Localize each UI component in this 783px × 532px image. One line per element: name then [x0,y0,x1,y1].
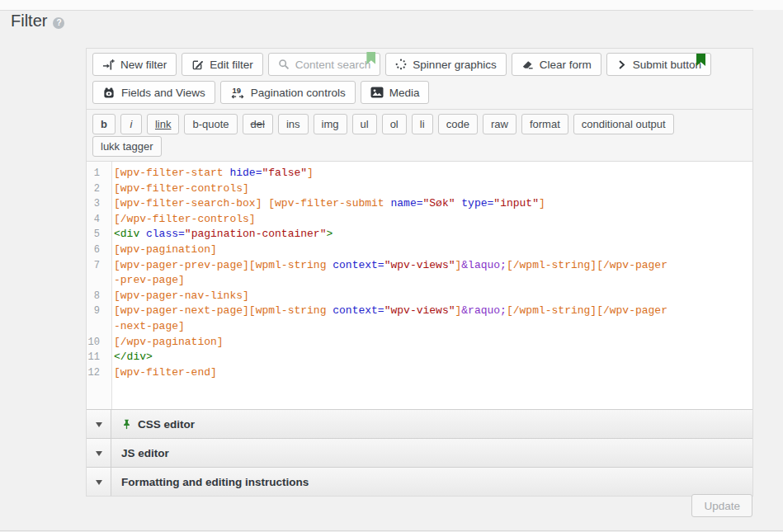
code-token-str: "false" [262,167,307,179]
toolbar-button-submit-button[interactable]: Submit button [606,53,711,76]
code-token-sc: [wpv-pagination] [114,243,217,256]
code-line-text[interactable]: [wpv-pager-nav-links] [106,289,670,304]
code-line: 7[wpv-pager-prev-page][wpml-string conte… [87,258,752,289]
media-icon [370,87,384,98]
quicktag-i[interactable]: i [120,114,142,134]
quicktag-ul[interactable]: ul [352,114,377,134]
code-lines: 1[wpv-filter-start hide="false"]2[wpv-fi… [87,166,752,380]
code-token-attr: type= [455,197,494,210]
collapse-toggle[interactable] [87,468,111,496]
section-header[interactable]: Formatting and editing instructions [111,468,752,496]
quicktag-raw[interactable]: raw [483,114,516,134]
top-strip [0,0,783,10]
section-header[interactable]: JS editor [111,439,752,467]
code-line-text[interactable]: [wpv-filter-controls] [106,181,670,197]
page-title: Filter [11,12,47,31]
code-token-sc: [wpv-filter-end] [114,366,217,379]
code-token-attr: hide= [229,167,262,179]
code-token-sc: [wpv-filter-search-box] [114,197,262,210]
toolbar-button-fields-and-views[interactable]: Fields and Views [92,81,215,104]
code-line-text[interactable]: [/wpv-filter-controls] [106,212,670,228]
code-line: 2[wpv-filter-controls] [87,181,752,197]
quicktag-ol[interactable]: ol [382,114,407,134]
toolbar-row-primary: New filterEdit filterContent searchSpinn… [90,50,749,78]
line-number: 5 [87,227,106,242]
code-token-sc: ] [539,197,545,210]
quicktag-lukk-tagger[interactable]: lukk tagger [92,136,162,157]
code-line: 5<div class="pagination-container"> [87,227,752,242]
line-number: 11 [87,350,106,365]
toolbar-button-clear-form[interactable]: Clear form [512,53,601,76]
collapse-toggle[interactable] [87,439,111,467]
line-number: 8 [87,289,106,304]
line-number: 7 [87,258,106,289]
update-button[interactable]: Update [691,494,752,517]
code-token-str: "input" [493,197,539,210]
quicktag-del[interactable]: del [243,114,273,134]
code-token-sc: ] [307,167,314,179]
toolbar-button-new-filter[interactable]: New filter [92,53,177,76]
code-line-text[interactable]: [wpv-pagination] [106,242,670,258]
button-label: Content search [295,59,371,71]
toolbar-button-spinner-graphics[interactable]: Spinner graphics [385,53,506,76]
quicktag-conditional-output[interactable]: conditional output [573,114,674,134]
button-label: New filter [120,59,167,71]
code-line-text[interactable]: </div> [106,350,670,365]
code-line-text[interactable]: [/wpv-pagination] [106,335,670,351]
code-token-str: "pagination-container" [185,228,327,240]
quicktag-img[interactable]: img [314,114,347,134]
code-line: 8[wpv-pager-nav-links] [87,289,752,304]
code-line-text[interactable]: [wpv-filter-start hide="false"] [106,166,670,181]
code-token-attr: context= [333,259,384,271]
section-js-editor: JS editor [87,438,752,467]
toolbar-button-edit-filter[interactable]: Edit filter [182,53,263,76]
code-token-atom: &laquo; [461,259,507,271]
section-label: CSS editor [138,418,195,431]
code-line-text[interactable]: [wpv-pager-next-page][wpml-string contex… [106,304,670,334]
code-token-sc: [/wpv-filter-controls] [114,213,256,225]
code-line-text[interactable]: [wpv-filter-end] [106,365,670,381]
code-token-sc: [wpv-filter-controls] [114,182,249,195]
spinner-icon [395,59,407,70]
code-line-text[interactable]: <div class="pagination-container"> [106,227,670,242]
code-token-tag: <div [114,228,146,240]
media-toolbar: New filterEdit filterContent searchSpinn… [87,49,752,110]
top-divider [0,10,753,11]
code-token-attr: name= [390,197,422,210]
code-line: 12[wpv-filter-end] [87,365,752,381]
section-header[interactable]: CSS editor [111,410,752,438]
line-number: 1 [87,166,106,181]
help-icon[interactable]: ? [53,17,64,29]
code-token-sc: [wpv-pager-nav-links] [114,290,249,302]
toolbar-button-media[interactable]: Media [361,81,430,104]
line-number: 10 [87,335,106,351]
section-formatting-and-editing-instructions: Formatting and editing instructions [87,467,752,496]
svg-text:19: 19 [232,87,240,95]
toolbar-button-pagination-controls[interactable]: 19Pagination controls [220,81,356,104]
code-token-sc: [wpv-pager-next-page][wpml-string [114,304,333,317]
quicktag-link[interactable]: link [147,114,180,134]
code-line-text[interactable]: [wpv-filter-search-box] [wpv-filter-subm… [106,196,670,212]
code-line: 6[wpv-pagination] [87,242,752,258]
code-line: 3[wpv-filter-search-box] [wpv-filter-sub… [87,196,752,212]
code-line-text[interactable]: [wpv-pager-prev-page][wpml-string contex… [106,258,670,289]
quicktag-b-quote[interactable]: b-quote [184,114,237,134]
quicktag-li[interactable]: li [412,114,433,134]
toolbar-button-content-search[interactable]: Content search [268,53,381,76]
quicktag-b[interactable]: b [92,114,116,134]
filter-editor-box: New filterEdit filterContent searchSpinn… [86,48,753,497]
button-label: Spinner graphics [413,59,496,71]
code-editor[interactable]: 1[wpv-filter-start hide="false"]2[wpv-fi… [87,162,752,409]
filter-metabox-screen: Filter ? New filterEdit filterContent se… [0,0,783,532]
quicktag-format[interactable]: format [521,114,568,134]
code-line: 9[wpv-pager-next-page][wpml-string conte… [87,304,752,334]
quicktag-code[interactable]: code [438,114,478,134]
eraser-icon [521,59,534,70]
code-line: 4[/wpv-filter-controls] [87,212,752,228]
line-number: 6 [87,242,106,258]
pagination-icon: 19 [230,87,245,99]
code-token-tag: </div> [114,351,153,363]
quicktag-ins[interactable]: ins [278,114,309,134]
collapse-toggle[interactable] [87,410,111,438]
button-label: Clear form [540,59,592,71]
